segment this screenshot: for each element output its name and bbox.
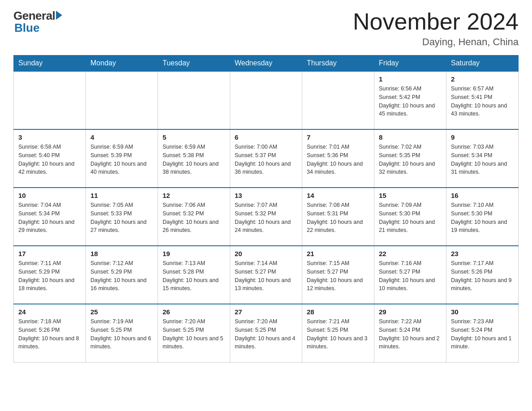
calendar-cell: 4Sunrise: 6:59 AMSunset: 5:39 PMDaylight… (86, 129, 158, 188)
day-number: 30 (451, 308, 514, 316)
calendar-cell: 10Sunrise: 7:04 AMSunset: 5:34 PMDayligh… (14, 188, 86, 246)
calendar-cell (230, 71, 302, 129)
day-info: Sunrise: 7:16 AMSunset: 5:27 PMDaylight:… (379, 259, 442, 293)
day-info: Sunrise: 7:09 AMSunset: 5:30 PMDaylight:… (379, 201, 442, 235)
calendar-cell: 30Sunrise: 7:23 AMSunset: 5:24 PMDayligh… (446, 304, 519, 362)
day-info: Sunrise: 7:17 AMSunset: 5:26 PMDaylight:… (451, 259, 514, 293)
day-number: 17 (18, 250, 81, 257)
day-number: 7 (307, 133, 369, 141)
logo-blue-text: Blue (13, 21, 39, 35)
day-number: 20 (235, 250, 297, 257)
day-number: 6 (235, 133, 297, 141)
day-number: 23 (451, 250, 514, 257)
logo-arrow-icon (56, 11, 62, 20)
calendar-cell: 6Sunrise: 7:00 AMSunset: 5:37 PMDaylight… (230, 129, 302, 188)
day-info: Sunrise: 7:20 AMSunset: 5:25 PMDaylight:… (235, 317, 297, 351)
day-info: Sunrise: 7:02 AMSunset: 5:35 PMDaylight:… (379, 143, 442, 176)
calendar-table: SundayMondayTuesdayWednesdayThursdayFrid… (13, 55, 519, 363)
day-info: Sunrise: 6:56 AMSunset: 5:42 PMDaylight:… (379, 85, 442, 118)
day-info: Sunrise: 7:15 AMSunset: 5:27 PMDaylight:… (307, 259, 369, 293)
day-info: Sunrise: 7:12 AMSunset: 5:29 PMDaylight:… (90, 259, 153, 293)
calendar-cell (14, 71, 86, 129)
location-subtitle: Daying, Henan, China (353, 36, 519, 48)
week-row: 24Sunrise: 7:18 AMSunset: 5:26 PMDayligh… (14, 304, 519, 362)
calendar-cell: 21Sunrise: 7:15 AMSunset: 5:27 PMDayligh… (302, 246, 374, 304)
month-title: November 2024 (353, 9, 519, 34)
calendar-cell (158, 71, 230, 129)
calendar-cell: 8Sunrise: 7:02 AMSunset: 5:35 PMDaylight… (374, 129, 446, 188)
calendar-cell: 14Sunrise: 7:08 AMSunset: 5:31 PMDayligh… (302, 188, 374, 246)
day-info: Sunrise: 7:08 AMSunset: 5:31 PMDaylight:… (307, 201, 369, 235)
day-number: 12 (163, 192, 225, 199)
day-info: Sunrise: 7:07 AMSunset: 5:32 PMDaylight:… (235, 201, 297, 235)
day-info: Sunrise: 7:20 AMSunset: 5:25 PMDaylight:… (163, 317, 225, 351)
day-info: Sunrise: 7:00 AMSunset: 5:37 PMDaylight:… (235, 143, 297, 176)
calendar-cell: 24Sunrise: 7:18 AMSunset: 5:26 PMDayligh… (14, 304, 86, 362)
day-number: 15 (379, 192, 442, 199)
calendar-cell: 18Sunrise: 7:12 AMSunset: 5:29 PMDayligh… (86, 246, 158, 304)
week-row: 10Sunrise: 7:04 AMSunset: 5:34 PMDayligh… (14, 188, 519, 246)
day-info: Sunrise: 6:57 AMSunset: 5:41 PMDaylight:… (451, 85, 514, 118)
day-of-week-header: Tuesday (158, 56, 230, 72)
title-area: November 2024 Daying, Henan, China (353, 9, 519, 48)
calendar-cell: 20Sunrise: 7:14 AMSunset: 5:27 PMDayligh… (230, 246, 302, 304)
day-number: 21 (307, 250, 369, 257)
day-number: 28 (307, 308, 369, 316)
day-info: Sunrise: 7:23 AMSunset: 5:24 PMDaylight:… (451, 317, 514, 351)
day-info: Sunrise: 7:04 AMSunset: 5:34 PMDaylight:… (18, 201, 81, 235)
day-number: 22 (379, 250, 442, 257)
day-number: 24 (18, 308, 81, 316)
calendar-cell (302, 71, 374, 129)
day-number: 19 (163, 250, 225, 257)
day-info: Sunrise: 6:59 AMSunset: 5:39 PMDaylight:… (90, 143, 153, 176)
calendar-cell: 5Sunrise: 6:59 AMSunset: 5:38 PMDaylight… (158, 129, 230, 188)
calendar-cell: 26Sunrise: 7:20 AMSunset: 5:25 PMDayligh… (158, 304, 230, 362)
calendar-cell: 2Sunrise: 6:57 AMSunset: 5:41 PMDaylight… (446, 71, 519, 129)
day-info: Sunrise: 7:21 AMSunset: 5:25 PMDaylight:… (307, 317, 369, 351)
day-info: Sunrise: 7:06 AMSunset: 5:32 PMDaylight:… (163, 201, 225, 235)
week-row: 17Sunrise: 7:11 AMSunset: 5:29 PMDayligh… (14, 246, 519, 304)
calendar-cell: 27Sunrise: 7:20 AMSunset: 5:25 PMDayligh… (230, 304, 302, 362)
day-info: Sunrise: 7:10 AMSunset: 5:30 PMDaylight:… (451, 201, 514, 235)
calendar-cell: 3Sunrise: 6:58 AMSunset: 5:40 PMDaylight… (14, 129, 86, 188)
day-of-week-header: Monday (86, 56, 158, 72)
day-number: 29 (379, 308, 442, 316)
day-number: 3 (18, 133, 81, 141)
calendar-cell: 1Sunrise: 6:56 AMSunset: 5:42 PMDaylight… (374, 71, 446, 129)
calendar-cell: 12Sunrise: 7:06 AMSunset: 5:32 PMDayligh… (158, 188, 230, 246)
calendar-cell: 9Sunrise: 7:03 AMSunset: 5:34 PMDaylight… (446, 129, 519, 188)
calendar-cell: 23Sunrise: 7:17 AMSunset: 5:26 PMDayligh… (446, 246, 519, 304)
day-number: 9 (451, 133, 514, 141)
day-info: Sunrise: 7:03 AMSunset: 5:34 PMDaylight:… (451, 143, 514, 176)
day-info: Sunrise: 6:58 AMSunset: 5:40 PMDaylight:… (18, 143, 81, 176)
calendar-cell: 15Sunrise: 7:09 AMSunset: 5:30 PMDayligh… (374, 188, 446, 246)
day-of-week-header: Friday (374, 56, 446, 72)
day-of-week-header: Wednesday (230, 56, 302, 72)
day-number: 14 (307, 192, 369, 199)
calendar-cell: 22Sunrise: 7:16 AMSunset: 5:27 PMDayligh… (374, 246, 446, 304)
day-info: Sunrise: 7:19 AMSunset: 5:25 PMDaylight:… (90, 317, 153, 351)
calendar-cell: 11Sunrise: 7:05 AMSunset: 5:33 PMDayligh… (86, 188, 158, 246)
day-number: 13 (235, 192, 297, 199)
day-info: Sunrise: 7:18 AMSunset: 5:26 PMDaylight:… (18, 317, 81, 351)
calendar-cell: 7Sunrise: 7:01 AMSunset: 5:36 PMDaylight… (302, 129, 374, 188)
calendar-cell: 16Sunrise: 7:10 AMSunset: 5:30 PMDayligh… (446, 188, 519, 246)
page-header: General Blue November 2024 Daying, Henan… (13, 9, 519, 48)
day-number: 10 (18, 192, 81, 199)
day-info: Sunrise: 7:01 AMSunset: 5:36 PMDaylight:… (307, 143, 369, 176)
day-number: 1 (379, 75, 442, 83)
calendar-cell: 28Sunrise: 7:21 AMSunset: 5:25 PMDayligh… (302, 304, 374, 362)
day-number: 25 (90, 308, 153, 316)
day-number: 11 (90, 192, 153, 199)
day-of-week-header: Saturday (446, 56, 519, 72)
calendar-cell (86, 71, 158, 129)
day-number: 2 (451, 75, 514, 83)
week-row: 3Sunrise: 6:58 AMSunset: 5:40 PMDaylight… (14, 129, 519, 188)
day-info: Sunrise: 7:05 AMSunset: 5:33 PMDaylight:… (90, 201, 153, 235)
day-of-week-header: Thursday (302, 56, 374, 72)
day-info: Sunrise: 6:59 AMSunset: 5:38 PMDaylight:… (163, 143, 225, 176)
day-number: 18 (90, 250, 153, 257)
day-number: 4 (90, 133, 153, 141)
day-info: Sunrise: 7:22 AMSunset: 5:24 PMDaylight:… (379, 317, 442, 351)
calendar-cell: 17Sunrise: 7:11 AMSunset: 5:29 PMDayligh… (14, 246, 86, 304)
